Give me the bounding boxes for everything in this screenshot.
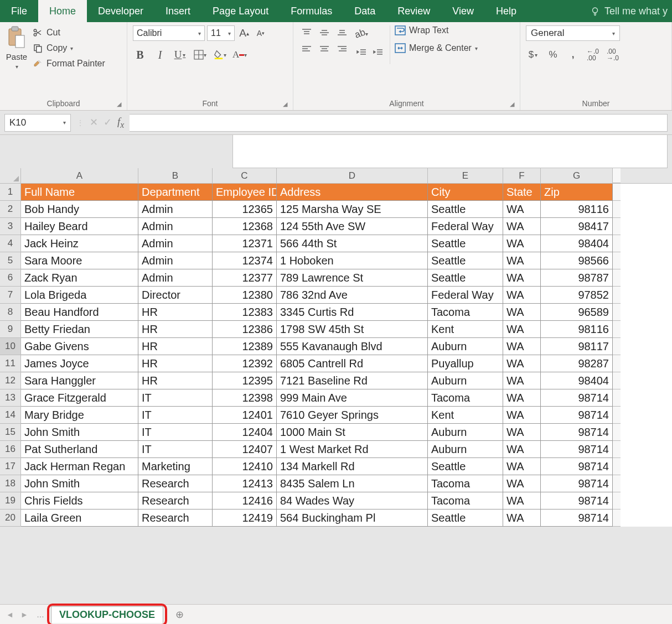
cell[interactable]: 12365 <box>213 201 277 218</box>
cell[interactable]: 6805 Cantrell Rd <box>277 355 428 372</box>
dialog-launcher-icon[interactable]: ◢ <box>117 101 121 108</box>
cell[interactable]: 98417 <box>541 218 613 235</box>
cell[interactable]: Seattle <box>428 252 503 269</box>
tab-developer[interactable]: Developer <box>87 0 154 22</box>
cell[interactable]: 786 32nd Ave <box>277 287 428 304</box>
cell[interactable]: HR <box>138 372 213 389</box>
name-box[interactable]: K10▾ <box>4 114 71 132</box>
row-header[interactable]: 10 <box>0 338 21 355</box>
borders-button[interactable]: ▾ <box>193 48 207 62</box>
row-header[interactable]: 17 <box>0 458 21 475</box>
tab-formulas[interactable]: Formulas <box>280 0 343 22</box>
tab-view[interactable]: View <box>441 0 485 22</box>
cell[interactable]: WA <box>503 492 541 509</box>
cell[interactable]: 98714 <box>541 389 613 407</box>
cell[interactable]: WA <box>503 407 541 424</box>
cell[interactable]: WA <box>503 509 541 527</box>
cell[interactable]: 12380 <box>213 287 277 304</box>
align-bottom-button[interactable] <box>334 25 350 40</box>
cell[interactable]: 98714 <box>541 509 613 527</box>
cell[interactable]: Department <box>138 184 213 201</box>
cell[interactable]: Director <box>138 287 213 304</box>
cell[interactable]: Pat Sutherland <box>21 441 138 458</box>
row-header[interactable]: 7 <box>0 287 21 304</box>
cell[interactable]: 98404 <box>541 235 613 252</box>
cell[interactable]: 98287 <box>541 355 613 372</box>
cell[interactable]: Kent <box>428 321 503 338</box>
cell[interactable]: WA <box>503 235 541 252</box>
wrap-text-button[interactable]: Wrap Text <box>395 25 478 35</box>
cell[interactable]: 12368 <box>213 218 277 235</box>
paste-button[interactable]: Paste ▾ <box>6 25 28 70</box>
cell[interactable]: IT <box>138 441 213 458</box>
font-name-select[interactable]: Calibri▾ <box>133 25 205 41</box>
cell[interactable]: Puyallup <box>428 355 503 372</box>
decrease-decimal-button[interactable]: .00→.0 <box>606 48 620 62</box>
cancel-formula-button[interactable]: ✕ <box>90 116 98 128</box>
cell[interactable]: Full Name <box>21 184 138 201</box>
cell[interactable]: 12398 <box>213 389 277 407</box>
row-header[interactable]: 18 <box>0 475 21 492</box>
tab-insert[interactable]: Insert <box>154 0 201 22</box>
tab-home[interactable]: Home <box>38 0 87 22</box>
cell[interactable]: 98404 <box>541 372 613 389</box>
cell[interactable]: 7121 Baseline Rd <box>277 372 428 389</box>
cell[interactable]: 1 Hoboken <box>277 252 428 269</box>
cell[interactable]: 12371 <box>213 235 277 252</box>
cell[interactable]: Gabe Givens <box>21 338 138 355</box>
sheet-tab-active[interactable]: VLOOKUP-CHOOSE <box>51 606 163 623</box>
cell[interactable]: 98714 <box>541 475 613 492</box>
cell[interactable]: WA <box>503 458 541 475</box>
cell[interactable]: John Smith <box>21 475 138 492</box>
cell[interactable]: Seattle <box>428 201 503 218</box>
cell[interactable]: 1798 SW 45th St <box>277 321 428 338</box>
fill-color-button[interactable]: ▾ <box>213 48 227 62</box>
col-header-F[interactable]: F <box>503 168 541 183</box>
cell[interactable]: Mary Bridge <box>21 407 138 424</box>
cell[interactable]: Research <box>138 492 213 509</box>
row-header[interactable]: 8 <box>0 304 21 321</box>
row-header[interactable]: 13 <box>0 389 21 407</box>
cell[interactable]: WA <box>503 338 541 355</box>
cell[interactable]: Auburn <box>428 441 503 458</box>
tab-page-layout[interactable]: Page Layout <box>201 0 280 22</box>
cell[interactable]: James Joyce <box>21 355 138 372</box>
cell[interactable]: 12413 <box>213 475 277 492</box>
cell[interactable]: 98787 <box>541 269 613 287</box>
align-left-button[interactable] <box>299 42 314 56</box>
cell[interactable]: 12416 <box>213 492 277 509</box>
increase-decimal-button[interactable]: ←.0.00 <box>586 48 600 62</box>
row-header[interactable]: 16 <box>0 441 21 458</box>
row-header[interactable]: 9 <box>0 321 21 338</box>
cell[interactable]: Zip <box>541 184 613 201</box>
cell[interactable]: IT <box>138 407 213 424</box>
cell[interactable]: Jack Heinz <box>21 235 138 252</box>
cell[interactable]: Auburn <box>428 424 503 441</box>
cell[interactable]: Auburn <box>428 372 503 389</box>
cell[interactable]: Grace Fitzgerald <box>21 389 138 407</box>
cell[interactable]: Tacoma <box>428 475 503 492</box>
cell[interactable]: 98116 <box>541 321 613 338</box>
cell[interactable]: 789 Lawrence St <box>277 269 428 287</box>
row-header[interactable]: 15 <box>0 424 21 441</box>
copy-button[interactable]: Copy ▾ <box>32 43 105 53</box>
enter-formula-button[interactable]: ✓ <box>104 116 112 128</box>
cell[interactable]: Marketing <box>138 458 213 475</box>
cell[interactable]: WA <box>503 355 541 372</box>
cell[interactable]: WA <box>503 304 541 321</box>
row-header[interactable]: 3 <box>0 218 21 235</box>
tab-review[interactable]: Review <box>386 0 441 22</box>
cell[interactable]: 999 Main Ave <box>277 389 428 407</box>
col-header-E[interactable]: E <box>428 168 503 183</box>
align-top-button[interactable] <box>299 25 314 40</box>
cell[interactable]: 98714 <box>541 424 613 441</box>
cell[interactable]: Admin <box>138 269 213 287</box>
cut-button[interactable]: Cut <box>32 28 105 38</box>
cell[interactable]: Sara Hanggler <box>21 372 138 389</box>
cell[interactable]: Kent <box>428 407 503 424</box>
cell[interactable]: 12389 <box>213 338 277 355</box>
cell[interactable]: Seattle <box>428 269 503 287</box>
formula-bar-extended[interactable] <box>232 135 668 168</box>
cell[interactable]: 84 Wades Way <box>277 492 428 509</box>
cell[interactable]: 7610 Geyer Springs <box>277 407 428 424</box>
